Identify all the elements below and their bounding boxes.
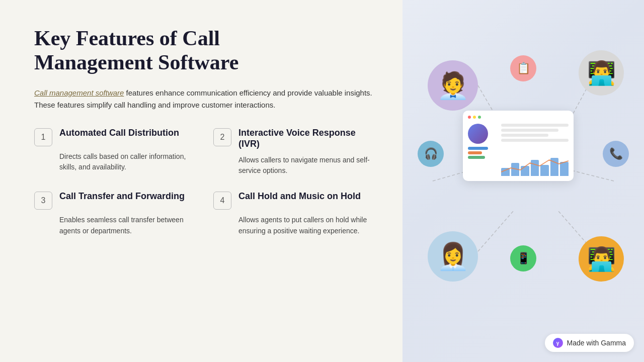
feature-1-number: 1 <box>34 128 52 146</box>
feature-1-desc: Directs calls based on caller informatio… <box>34 151 193 173</box>
dashboard-content <box>468 124 569 176</box>
text-line-2 <box>501 129 558 132</box>
gamma-badge[interactable]: γ Made with Gamma <box>545 334 634 352</box>
intro-link[interactable]: Call management software <box>34 88 124 97</box>
dashboard-right <box>501 124 569 176</box>
chart-line <box>501 156 569 176</box>
dashboard-avatar <box>468 124 488 144</box>
right-panel: 🧑‍💼 👨‍💻 👩‍💼 👨‍💻 📋 🎧 📞 📱 <box>403 0 644 362</box>
avatar-bubble-top-right: 👨‍💻 <box>579 50 624 96</box>
crm-icon-circle: 📋 <box>510 55 536 81</box>
dashboard-stats <box>468 147 498 159</box>
left-panel: Key Features of Call Management Software… <box>0 0 403 362</box>
feature-4-desc: Allows agents to put callers on hold whi… <box>213 215 372 236</box>
gamma-logo: γ <box>553 338 563 348</box>
window-controls <box>468 116 569 119</box>
features-grid: 1 Automated Call Distribution Directs ca… <box>34 127 372 237</box>
feature-4-number: 4 <box>213 192 231 210</box>
svg-line-3 <box>574 171 614 181</box>
avatar-bubble-bottom-left: 👩‍💼 <box>428 231 478 282</box>
feature-3-title: Call Transfer and Forwarding <box>59 191 185 202</box>
gamma-text: Made with Gamma <box>567 339 626 347</box>
feature-3-number: 3 <box>34 192 52 210</box>
feature-2: 2 Interactive Voice Response (IVR) Allow… <box>213 127 372 176</box>
feature-4: 4 Call Hold and Music on Hold Allows age… <box>213 191 372 236</box>
stat-bar-3 <box>468 156 485 159</box>
text-line-1 <box>501 124 569 127</box>
feature-3: 3 Call Transfer and Forwarding Enables s… <box>34 191 193 236</box>
chart-area <box>501 156 569 176</box>
feature-2-title: Interactive Voice Response (IVR) <box>238 127 372 150</box>
headset-icon-circle: 🎧 <box>418 141 444 167</box>
text-line-4 <box>501 139 569 142</box>
feature-4-header: 4 Call Hold and Music on Hold <box>213 191 372 210</box>
support-icon-circle: 📱 <box>510 245 536 272</box>
dashboard-left <box>468 124 498 176</box>
dot-yellow <box>473 116 476 119</box>
feature-2-header: 2 Interactive Voice Response (IVR) <box>213 127 372 150</box>
phone-icon-circle: 📞 <box>603 141 629 167</box>
svg-line-4 <box>478 211 513 251</box>
feature-4-title: Call Hold and Music on Hold <box>238 191 361 202</box>
avatar-bubble-bottom-right: 👨‍💻 <box>579 236 624 282</box>
stat-bar-2 <box>468 151 482 154</box>
feature-2-number: 2 <box>213 128 231 146</box>
avatar-bubble-top-left: 🧑‍💼 <box>428 60 478 111</box>
stat-bar-1 <box>468 147 488 150</box>
feature-1-header: 1 Automated Call Distribution <box>34 127 193 146</box>
illustration: 🧑‍💼 👨‍💻 👩‍💼 👨‍💻 📋 🎧 📞 📱 <box>418 40 629 322</box>
text-line-3 <box>501 134 548 137</box>
feature-2-desc: Allows callers to navigate menus and sel… <box>213 155 372 176</box>
feature-1-title: Automated Call Distribution <box>59 127 179 139</box>
intro-paragraph: Call management software features enhanc… <box>34 87 372 111</box>
dashboard-card <box>463 111 574 181</box>
dot-red <box>468 116 471 119</box>
dot-green <box>478 116 481 119</box>
feature-3-header: 3 Call Transfer and Forwarding <box>34 191 193 210</box>
feature-3-desc: Enables seamless call transfer between a… <box>34 215 193 236</box>
feature-1: 1 Automated Call Distribution Directs ca… <box>34 127 193 176</box>
page-title: Key Features of Call Management Software <box>34 26 372 75</box>
